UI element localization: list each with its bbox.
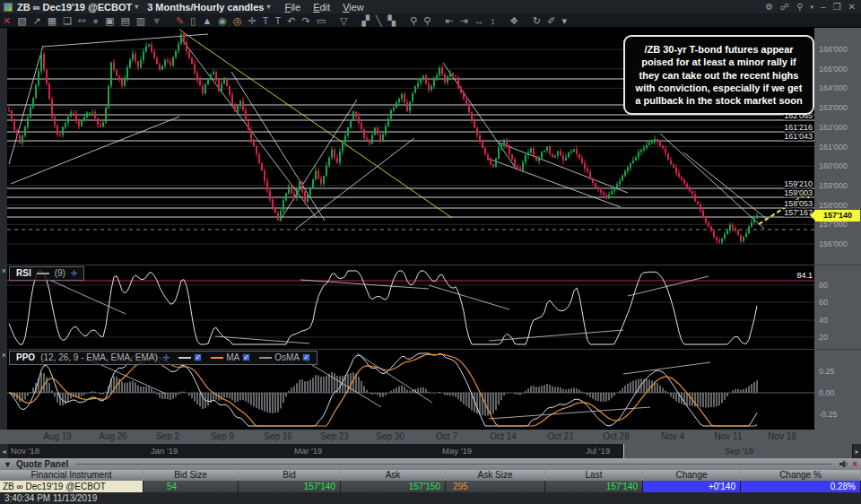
ppo-close-button[interactable]: × bbox=[0, 351, 8, 359]
marquee-select-icon[interactable]: ▧ bbox=[17, 14, 26, 27]
edit-pen-icon[interactable]: ✐ bbox=[547, 14, 555, 27]
pin-icon[interactable]: ⚲ bbox=[796, 2, 803, 12]
bar-chart-icon[interactable]: ▯ bbox=[190, 14, 196, 27]
ppo-checkbox[interactable]: ✓ bbox=[194, 353, 202, 361]
quote-column-header[interactable]: Last bbox=[545, 470, 643, 481]
interval-selector[interactable]: 3 Months/Hourly candles ▾ bbox=[147, 2, 270, 13]
measure-right-icon[interactable]: ⇥ bbox=[459, 14, 467, 27]
svg-text:158'053: 158'053 bbox=[784, 199, 813, 208]
quote-ask-size: 295 bbox=[446, 481, 545, 492]
crosshair-icon[interactable]: ✛ bbox=[248, 14, 257, 27]
channel-tool-icon[interactable]: ▚ bbox=[388, 14, 396, 27]
line-tool-icon[interactable]: ╲ bbox=[376, 14, 382, 27]
rsi-axis-label: 40 bbox=[819, 316, 828, 325]
quote-row-instrument[interactable]: ZB ∞ Dec19'19 @ECBOT bbox=[0, 481, 144, 492]
price-axis-label: 156'000 bbox=[819, 239, 848, 248]
scroll-left-button[interactable]: ◂ bbox=[0, 444, 8, 458]
zoom-in-icon[interactable]: ⚲ bbox=[410, 14, 417, 27]
target-icon[interactable]: ◎ bbox=[233, 14, 242, 27]
menubar: File Edit View bbox=[284, 2, 363, 13]
ellipse-tool-icon[interactable]: ◉ bbox=[218, 14, 227, 27]
osma-checkbox[interactable]: ✓ bbox=[302, 353, 310, 361]
rsi-close-button[interactable]: × bbox=[0, 266, 8, 274]
brush-icon[interactable]: ✏ bbox=[78, 14, 86, 27]
measure-vertical-icon[interactable]: ↕ bbox=[491, 14, 496, 27]
rsi-trendline[interactable] bbox=[628, 276, 709, 296]
more-dropdown-icon[interactable]: ▾ bbox=[561, 14, 567, 27]
quote-column-header[interactable]: Ask Size bbox=[446, 470, 545, 481]
text-note2-icon[interactable]: T bbox=[274, 14, 281, 27]
anchor-icon[interactable]: ✛ bbox=[71, 269, 78, 278]
titlebar: ZB ∞ Dec19'19 @ECBOT ▾ 3 Months/Hourly c… bbox=[0, 0, 861, 13]
triangle-up-icon[interactable]: ▲ bbox=[202, 14, 212, 27]
date-label: Oct 7 bbox=[436, 431, 457, 441]
price-chart-panel[interactable]: 164'120163'070162'141162'065161'216161'0… bbox=[0, 28, 814, 265]
text-note-icon[interactable]: T bbox=[263, 14, 269, 27]
svg-text:159'210: 159'210 bbox=[784, 179, 813, 188]
circle-tool-icon[interactable]: ● bbox=[92, 14, 99, 27]
dropdown-triangle-icon[interactable]: ▼ bbox=[152, 14, 161, 27]
rsi-indicator-panel[interactable]: 84.1 RSI (9) ✛ bbox=[0, 265, 814, 349]
osma-label: OsMA bbox=[274, 352, 300, 362]
ppo-trendline[interactable] bbox=[357, 353, 432, 403]
menu-edit[interactable]: Edit bbox=[313, 2, 330, 13]
pointer-tool-icon[interactable]: ➚ bbox=[33, 14, 41, 27]
date-label: Aug 26 bbox=[99, 431, 127, 441]
gallery-icon[interactable]: ▤ bbox=[120, 14, 129, 27]
ppo-axis-label: 0.25 bbox=[819, 367, 835, 376]
close-chart-icon[interactable]: ✕ bbox=[3, 14, 11, 27]
scroll-right-button[interactable]: ▸ bbox=[853, 444, 861, 458]
collapse-caret-icon[interactable]: ▼ bbox=[4, 460, 12, 469]
settings-gear-icon[interactable]: ⚙ bbox=[765, 2, 773, 12]
quote-column-header[interactable]: Change bbox=[643, 470, 741, 481]
measure-horizontal-icon[interactable]: ↔ bbox=[474, 14, 484, 27]
status-timestamp: 3:40:34 PM 11/13/2019 bbox=[4, 493, 97, 503]
price-axis-label: 161'000 bbox=[819, 143, 848, 152]
quote-change-pct: 0.28% bbox=[741, 481, 861, 492]
quote-column-header[interactable]: Ask bbox=[341, 470, 446, 481]
callout-icon[interactable]: ▭ bbox=[317, 14, 326, 27]
quote-column-header[interactable]: Bid bbox=[239, 470, 341, 481]
ppo-trendline[interactable] bbox=[623, 362, 710, 374]
print-icon[interactable]: ❏ bbox=[63, 14, 72, 27]
ma-checkbox[interactable]: ✓ bbox=[242, 353, 250, 361]
zoom-out-icon[interactable]: ⚲ bbox=[423, 14, 430, 27]
refresh-icon[interactable]: ↻ bbox=[533, 14, 541, 27]
speaker-icon[interactable] bbox=[839, 460, 848, 468]
minimize-button[interactable]: – bbox=[821, 2, 826, 12]
timeline-scrollbar[interactable]: ◂ ▸ Nov '18Jan '19Mar '19May '19Jul '19S… bbox=[0, 444, 861, 458]
rsi-axis-label: 80 bbox=[819, 281, 828, 290]
status-bar: 3:40:34 PM 11/13/2019 bbox=[0, 492, 861, 504]
undo-icon[interactable]: ↶ bbox=[287, 14, 295, 27]
date-label: Oct 21 bbox=[547, 431, 573, 441]
pencil-icon[interactable]: ✎ bbox=[176, 14, 184, 27]
quote-table-row[interactable]: ZB ∞ Dec19'19 @ECBOT 54 157'140 157'150 … bbox=[0, 481, 861, 492]
triangle-down-icon[interactable]: ▽ bbox=[340, 14, 347, 27]
shapes-icon[interactable]: ❖ bbox=[509, 14, 518, 27]
chevron-down-icon: ▾ bbox=[135, 3, 138, 11]
measure-left-icon[interactable]: ⇤ bbox=[445, 14, 453, 27]
quote-panel-close-icon[interactable]: × bbox=[852, 460, 857, 469]
layout-grid-icon[interactable]: ▥ bbox=[136, 14, 145, 27]
anchor-icon[interactable]: ✛ bbox=[163, 353, 170, 362]
rsi-canvas[interactable]: 84.1 bbox=[0, 265, 814, 349]
yellow-trendline[interactable] bbox=[179, 30, 452, 218]
menu-view[interactable]: View bbox=[343, 2, 364, 13]
price-axis-label: 163'000 bbox=[819, 103, 848, 112]
pin-dropdown-icon[interactable]: ▾ bbox=[811, 4, 814, 11]
trendline-icon[interactable]: ▞ bbox=[362, 14, 370, 27]
quote-column-header[interactable]: Change % bbox=[741, 470, 861, 481]
restore-button[interactable]: ❐ bbox=[833, 2, 841, 12]
link-icon[interactable]: ☍ bbox=[780, 2, 789, 12]
menu-file[interactable]: File bbox=[284, 2, 300, 13]
snapshot-icon[interactable]: ▣ bbox=[105, 14, 114, 27]
quote-column-header[interactable]: Bid Size bbox=[144, 470, 239, 481]
ppo-trendline[interactable] bbox=[489, 407, 650, 419]
rsi-trendline[interactable] bbox=[429, 285, 509, 309]
close-button[interactable]: ✕ bbox=[848, 2, 856, 12]
quote-column-header[interactable]: Financial Instrument bbox=[0, 470, 144, 481]
symbol-selector[interactable]: ZB ∞ Dec19'19 @ECBOT ▾ bbox=[17, 2, 138, 13]
grid-icon[interactable]: ▦ bbox=[48, 14, 57, 27]
redo-icon[interactable]: ↷ bbox=[301, 14, 309, 27]
ppo-indicator-panel[interactable]: PPO (12, 26, 9 - EMA, EMA, EMA) ✛ ✓ MA ✓… bbox=[0, 349, 814, 430]
